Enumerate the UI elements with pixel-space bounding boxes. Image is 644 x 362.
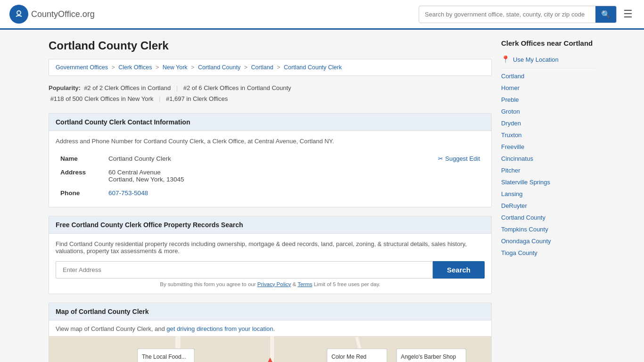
main-container: Cortland County Clerk Government Offices… <box>39 30 605 362</box>
page-title: Cortland County Clerk <box>49 39 492 52</box>
sidebar-link-dryden[interactable]: Dryden <box>501 117 595 129</box>
driving-directions-link[interactable]: get driving directions from your locatio… <box>166 325 273 332</box>
form-disclaimer: By submitting this form you agree to our… <box>56 281 485 287</box>
contact-section-body: Address and Phone Number for Cortland Co… <box>49 131 491 207</box>
sidebar-link-slaterville-springs[interactable]: Slaterville Springs <box>501 176 595 188</box>
privacy-policy-link[interactable]: Privacy Policy <box>257 281 291 287</box>
address-input[interactable] <box>56 261 433 279</box>
svg-text:Color Me Red: Color Me Red <box>331 354 366 360</box>
breadcrumb-separator: > <box>111 64 116 71</box>
breadcrumb-link-cortland-county[interactable]: Cortland County <box>198 64 240 71</box>
site-header: CountyOffice.org 🔍 ☰ <box>0 0 644 30</box>
property-search-button[interactable]: Search <box>433 261 485 279</box>
sidebar-link-tompkins-county[interactable]: Tompkins County <box>501 223 595 235</box>
sidebar-link-cortland-county[interactable]: Cortland County <box>501 212 595 223</box>
use-location-link[interactable]: 📍 Use My Location <box>501 53 595 66</box>
contact-name-label: Name <box>57 152 104 165</box>
property-section-header: Free Cortland County Clerk Office Proper… <box>49 216 491 234</box>
breadcrumb-separator: > <box>277 64 282 71</box>
breadcrumb: Government Offices > Clerk Offices > New… <box>49 59 492 76</box>
breadcrumb-link-cortland[interactable]: Cortland <box>251 64 273 71</box>
property-section-body: Find Cortland County residential propert… <box>49 234 491 294</box>
svg-rect-7 <box>270 336 274 362</box>
contact-description: Address and Phone Number for Cortland Co… <box>56 138 485 145</box>
phone-link[interactable]: 607-753-5048 <box>108 189 148 197</box>
contact-section: Cortland County Clerk Contact Informatio… <box>49 113 492 207</box>
global-search-input[interactable] <box>419 7 595 22</box>
location-pin-icon: 📍 <box>501 55 510 64</box>
contact-phone-value: 607-753-5048 <box>105 187 484 199</box>
svg-text:Angelo's Barber Shop: Angelo's Barber Shop <box>401 354 456 360</box>
property-search-form: Search <box>56 261 485 279</box>
svg-point-2 <box>17 11 20 14</box>
global-search-bar: 🔍 <box>419 6 617 23</box>
edit-icon: ✂ <box>438 155 443 162</box>
contact-row-address: Address 60 Central Avenue Cortland, New … <box>57 166 484 186</box>
map-description: View map of Cortland County Clerk, and g… <box>49 321 491 336</box>
contact-name-value: Cortland County Clerk ✂ Suggest Edit <box>105 152 484 165</box>
breadcrumb-link-clerk-offices[interactable]: Clerk Offices <box>118 64 152 71</box>
breadcrumb-link-cortland-county-clerk[interactable]: Cortland County Clerk <box>284 64 342 71</box>
sidebar-link-preble[interactable]: Preble <box>501 94 595 106</box>
hamburger-menu-icon[interactable]: ☰ <box>621 6 635 22</box>
sidebar-link-onondaga-county[interactable]: Onondaga County <box>501 235 595 247</box>
logo-icon <box>9 5 28 24</box>
sidebar-links-container: CortlandHomerPrebleGrotonDrydenTruxtonFr… <box>501 70 595 259</box>
contact-address-value: 60 Central Avenue Cortland, New York, 13… <box>105 166 484 186</box>
popularity-stat1: #2 of 2 Clerk Offices in Cortland <box>84 84 171 91</box>
sidebar-link-lansing[interactable]: Lansing <box>501 188 595 200</box>
sidebar-link-truxton[interactable]: Truxton <box>501 129 595 141</box>
breadcrumb-link-government-offices[interactable]: Government Offices <box>56 64 108 71</box>
svg-text:The Local Food...: The Local Food... <box>142 354 186 360</box>
map-section-header: Map of Cortland County Clerk <box>49 303 491 321</box>
sidebar-link-cincinnatus[interactable]: Cincinnatus <box>501 153 595 165</box>
sidebar-link-pitcher[interactable]: Pitcher <box>501 165 595 176</box>
popularity-label: Popularity: <box>49 84 81 91</box>
logo-text: CountyOffice.org <box>31 9 95 19</box>
logo-area: CountyOffice.org <box>9 5 95 24</box>
contact-section-header: Cortland County Clerk Contact Informatio… <box>49 114 491 131</box>
contact-table: Name Cortland County Clerk ✂ Suggest Edi… <box>56 151 485 200</box>
header-right: 🔍 ☰ <box>419 6 635 23</box>
sidebar-link-freeville[interactable]: Freeville <box>501 141 595 153</box>
breadcrumb-separator: > <box>244 64 249 71</box>
terms-link[interactable]: Terms <box>297 281 312 287</box>
breadcrumb-separator: > <box>156 64 161 71</box>
property-section: Free Cortland County Clerk Office Proper… <box>49 216 492 294</box>
contact-row-name: Name Cortland County Clerk ✂ Suggest Edi… <box>57 152 484 165</box>
sidebar-link-deruyter[interactable]: DeRuyter <box>501 200 595 212</box>
popularity-stat3: #118 of 500 Clerk Offices in New York <box>50 95 154 102</box>
contact-row-phone: Phone 607-753-5048 <box>57 187 484 199</box>
sidebar-link-cortland[interactable]: Cortland <box>501 70 595 82</box>
breadcrumb-separator: > <box>191 64 196 71</box>
contact-address-label: Address <box>57 166 104 186</box>
property-description: Find Cortland County residential propert… <box>56 240 485 255</box>
sidebar-link-homer[interactable]: Homer <box>501 82 595 94</box>
global-search-button[interactable]: 🔍 <box>595 6 616 23</box>
breadcrumb-link-new-york[interactable]: New York <box>163 64 188 71</box>
sidebar-link-tioga-county[interactable]: Tioga County <box>501 247 595 259</box>
popularity-section: Popularity: #2 of 2 Clerk Offices in Cor… <box>49 82 492 105</box>
popularity-stat4: #1,697 in Clerk Offices <box>166 95 228 102</box>
sidebar: Clerk Offices near Cortland 📍 Use My Loc… <box>501 39 595 362</box>
map-section: Map of Cortland County Clerk View map of… <box>49 303 492 362</box>
content-area: Cortland County Clerk Government Offices… <box>49 39 492 362</box>
sidebar-link-groton[interactable]: Groton <box>501 106 595 117</box>
map-placeholder[interactable]: The Local Food... Color Me Red Angelo's … <box>49 336 491 362</box>
popularity-stat2: #2 of 6 Clerk Offices in Cortland County <box>183 84 291 91</box>
sidebar-title: Clerk Offices near Cortland <box>501 39 595 47</box>
contact-phone-label: Phone <box>57 187 104 199</box>
suggest-edit-link[interactable]: ✂ Suggest Edit <box>438 155 480 162</box>
